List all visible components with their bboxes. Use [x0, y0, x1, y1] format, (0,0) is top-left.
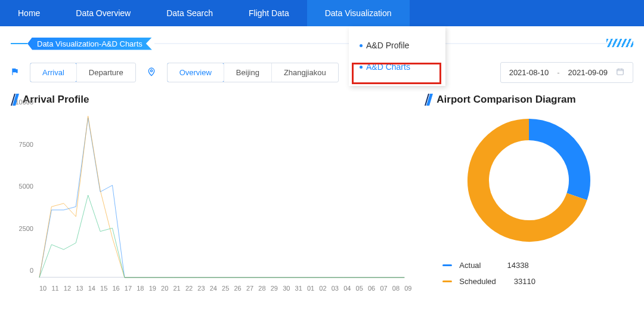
legend-value: 33110 [514, 277, 535, 286]
dropdown-item-label: A&D Charts [366, 62, 410, 72]
svg-point-0 [150, 70, 152, 72]
arrival-profile-panel: Arrival Profile 0 2500 5000 7500 10000 1… [11, 94, 407, 294]
legend-label: Scheduled [459, 277, 496, 286]
bullet-icon [360, 66, 363, 69]
mode-arrival-button[interactable]: Arrival [30, 63, 77, 82]
legend-swatch-actual [442, 264, 452, 266]
airport-comparison-title: Airport Comparison Diagram [425, 94, 633, 106]
flag-icon [11, 67, 19, 78]
x-axis: 1011121314151617181920212223242526272829… [39, 285, 404, 292]
donut-label-scheduled: 33110 [438, 206, 456, 213]
location-pin-icon [147, 67, 156, 79]
y-tick: 2500 [19, 225, 33, 232]
y-axis: 0 2500 5000 7500 10000 [11, 109, 37, 278]
arrival-profile-title: Arrival Profile [11, 94, 407, 106]
svg-rect-1 [617, 69, 624, 75]
y-tick: 10000 [15, 98, 33, 106]
date-separator: - [557, 68, 559, 77]
region-zhangjiakou-button[interactable]: Zhangjiakou [271, 63, 338, 82]
nav-flight-data[interactable]: Flight Data [231, 0, 307, 26]
date-from: 2021-08-10 [509, 68, 549, 77]
line-series [39, 118, 404, 278]
breadcrumb-row: Data Visualization-A&D Charts [11, 37, 633, 50]
nav-data-overview[interactable]: Data Overview [58, 0, 148, 26]
donut-segment [529, 130, 580, 196]
legend-scheduled: Scheduled 33110 [442, 273, 633, 289]
dropdown-item-label: A&D Profile [366, 41, 409, 50]
legend-label: Actual [459, 261, 481, 270]
legend-actual: Actual 14338 [442, 257, 633, 273]
airport-comparison-panel: Airport Comparison Diagram 14338 33110 A… [425, 94, 633, 294]
region-overview-button[interactable]: Overview [167, 63, 224, 82]
donut-chart: 14338 33110 [425, 118, 633, 243]
filter-bar: Arrival Departure Overview Beijing Zhang… [11, 62, 633, 83]
line-series-svg [39, 113, 404, 278]
ribbon-lead [11, 43, 27, 44]
top-nav: Home Data Overview Data Search Flight Da… [0, 0, 644, 26]
calendar-icon [616, 67, 624, 78]
y-tick: 7500 [19, 141, 33, 148]
bullet-icon [360, 44, 363, 47]
dropdown-ad-charts[interactable]: A&D Charts [349, 56, 445, 78]
legend-value: 14338 [507, 261, 528, 270]
y-tick: 0 [30, 267, 33, 274]
title-slash-icon [425, 94, 433, 106]
breadcrumb: Data Visualization-A&D Charts [27, 38, 152, 50]
mode-segmented: Arrival Departure [30, 63, 136, 82]
legend-swatch-scheduled [442, 280, 452, 282]
region-beijing-button[interactable]: Beijing [224, 63, 271, 82]
line-series [39, 116, 404, 278]
region-segmented: Overview Beijing Zhangjiakou [167, 63, 339, 82]
date-to: 2021-09-09 [568, 68, 608, 77]
dropdown-ad-profile[interactable]: A&D Profile [349, 35, 445, 56]
hatch-decoration [606, 39, 633, 47]
nav-data-search[interactable]: Data Search [148, 0, 231, 26]
arrival-line-chart: 0 2500 5000 7500 10000 10111213141516171… [11, 109, 407, 294]
plot-area [39, 113, 404, 278]
panel-title-text: Airport Comparison Diagram [436, 94, 575, 106]
donut-svg [466, 118, 592, 243]
nav-home[interactable]: Home [0, 0, 58, 26]
nav-data-visualization[interactable]: Data Visualization [307, 0, 410, 26]
date-range-picker[interactable]: 2021-08-10 - 2021-09-09 [500, 62, 633, 83]
mode-departure-button[interactable]: Departure [76, 63, 135, 82]
y-tick: 5000 [19, 183, 33, 190]
line-series [39, 195, 404, 278]
donut-label-actual: 14338 [521, 147, 540, 155]
donut-legend: Actual 14338 Scheduled 33110 [442, 257, 633, 289]
visualization-dropdown: A&D Profile A&D Charts [349, 26, 445, 86]
